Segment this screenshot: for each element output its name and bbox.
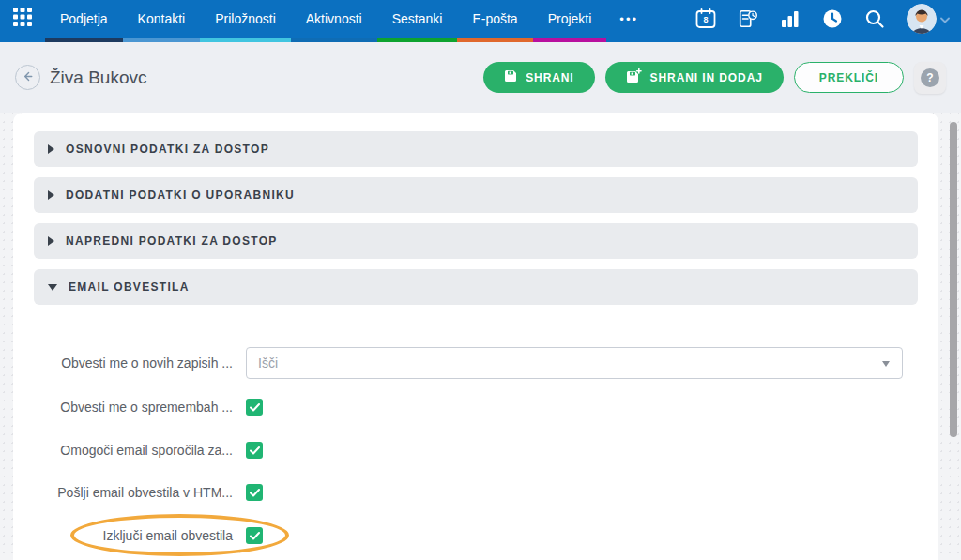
nav-item-priloznosti[interactable]: Priložnosti [200,0,291,42]
expanded-arrow-icon [48,284,57,291]
vertical-scrollbar[interactable] [950,122,957,437]
section-label: EMAIL OBVESTILA [69,280,190,294]
nav-underline [377,38,458,42]
cancel-label: PREKLIČI [819,71,878,84]
help-icon: ? [921,68,939,87]
collapsed-arrow-icon [48,190,54,200]
search-icon[interactable] [864,8,885,29]
nav-underline [457,38,532,42]
back-arrow-icon [20,68,36,87]
nav-underline [533,38,607,42]
nav-item-label: Projekti [548,11,592,26]
nav-item-label: Priložnosti [215,11,276,26]
section-label: NAPREDNI PODATKI ZA DOSTOP [66,235,278,248]
record-header: Živa Bukovc SHRANI [0,42,961,113]
collapsed-arrow-icon [48,236,54,246]
notify-changes-checkbox[interactable] [246,399,263,416]
nav-underline [123,38,201,42]
nav-more-button[interactable]: ••• [606,0,651,42]
field-label: Omogoči email sporočila za... [34,443,233,458]
email-obvestila-form: Obvesti me o novih zapisih ... Išči Obve… [34,347,918,544]
form-row-exclude-email: Izključi email obvestila [34,527,918,544]
nav-item-label: Kontakti [138,11,186,26]
section-dodatni-podatki[interactable]: DODATNI PODATKI O UPORABNIKU [34,177,918,213]
user-menu[interactable] [907,4,950,34]
section-email-obvestila[interactable]: EMAIL OBVESTILA [34,269,918,305]
page-title: Živa Bukovc [50,68,146,88]
form-row-notify-new-records: Obvesti me o novih zapisih ... Išči [34,347,918,379]
save-add-icon [626,68,642,86]
field-label: Obvesti me o spremembah ... [34,400,233,415]
select-placeholder: Išči [258,356,278,371]
enable-email-checkbox[interactable] [246,442,263,459]
section-osnovni-podatki[interactable]: OSNOVNI PODATKI ZA DOSTOP [34,131,918,167]
save-icon [504,69,517,85]
calendar-badge: 8 [695,14,716,25]
record-form-card: OSNOVNI PODATKI ZA DOSTOP DODATNI PODATK… [13,113,938,560]
bar-chart-icon[interactable] [780,8,801,29]
nav-item-aktivnosti[interactable]: Aktivnosti [291,0,377,42]
send-html-checkbox[interactable] [246,484,263,501]
save-label: SHRANI [526,71,573,84]
avatar [907,4,937,34]
field-label: Izključi email obvestila [34,528,233,543]
section-napredni-podatki[interactable]: NAPREDNI PODATKI ZA DOSTOP [34,223,918,259]
form-row-send-html: Pošlji email obvestila v HTM... [34,484,918,501]
nav-underline [45,38,123,42]
save-and-add-button[interactable]: SHRANI IN DODAJ [605,62,784,93]
notify-new-records-select[interactable]: Išči [246,347,903,379]
nav-item-eposta[interactable]: E-pošta [457,0,532,42]
nav-item-sestanki[interactable]: Sestanki [377,0,458,42]
save-button[interactable]: SHRANI [483,62,594,93]
nav-item-label: E-pošta [472,11,517,26]
dropdown-caret-icon [882,361,890,367]
top-nav: Podjetja Kontakti Priložnosti Aktivnosti… [0,0,961,42]
nav-item-projekti[interactable]: Projekti [533,0,607,42]
nav-item-kontakti[interactable]: Kontakti [123,0,201,42]
form-row-enable-email: Omogoči email sporočila za... [34,442,918,459]
chevron-down-icon [940,10,950,27]
form-row-notify-changes: Obvesti me o spremembah ... [34,399,918,416]
cancel-button[interactable]: PREKLIČI [794,62,904,93]
nav-item-label: Podjetja [60,11,108,26]
section-label: DODATNI PODATKI O UPORABNIKU [66,189,295,202]
section-label: OSNOVNI PODATKI ZA DOSTOP [66,143,269,156]
exclude-email-checkbox[interactable] [246,527,263,544]
back-button[interactable] [15,65,40,90]
collapsed-arrow-icon [48,144,54,154]
help-button[interactable]: ? [914,62,946,94]
nav-item-label: Sestanki [392,11,443,26]
nav-item-label: Aktivnosti [306,11,362,26]
calendar-icon[interactable]: 8 [695,8,716,29]
field-label: Pošlji email obvestila v HTM... [34,485,233,500]
contact-history-icon[interactable] [738,8,758,29]
app-grid-icon [12,7,33,31]
nav-underline [291,38,377,42]
save-and-add-label: SHRANI IN DODAJ [650,71,763,84]
ellipsis-icon: ••• [619,12,638,26]
app-grid-button[interactable] [0,0,45,38]
field-label: Obvesti me o novih zapisih ... [34,356,233,371]
nav-underline [200,38,291,42]
clock-icon[interactable] [822,8,843,29]
nav-item-podjetja[interactable]: Podjetja [45,0,123,42]
